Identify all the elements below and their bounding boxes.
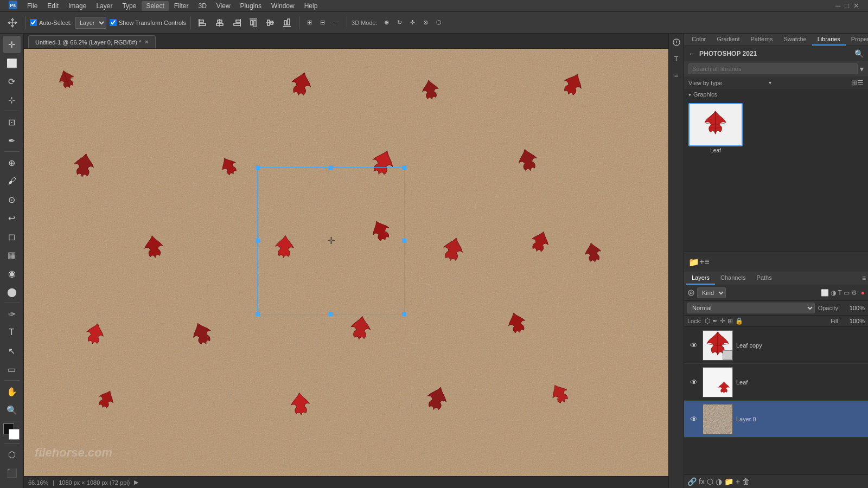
filter-text-btn[interactable]: T	[838, 289, 841, 297]
dist-h-btn[interactable]: ⊞	[304, 15, 315, 30]
move-tool-btn[interactable]	[4, 15, 21, 30]
menu-plugins[interactable]: Plugins	[236, 1, 266, 11]
menu-view[interactable]: View	[212, 1, 235, 11]
layer-visibility-leaf-copy[interactable]: 👁	[688, 341, 699, 350]
layers-folder-btn[interactable]: 📁	[688, 257, 699, 267]
lock-artboard-btn[interactable]: ⊞	[727, 317, 733, 325]
close-tab-icon[interactable]: ✕	[144, 39, 149, 45]
pen-tool[interactable]: ✑	[3, 305, 21, 323]
lib-list-view-btn[interactable]: ☰	[857, 79, 864, 87]
layer-row-leaf[interactable]: 👁 Leaf	[684, 364, 868, 401]
layer-row-leaf-copy[interactable]: 👁 Leaf copy	[684, 327, 868, 364]
brush-tool[interactable]: 🖌	[3, 172, 21, 190]
dodge-tool[interactable]: ⬤	[3, 283, 21, 300]
selection-tool[interactable]: ⬜	[3, 54, 21, 72]
menu-edit[interactable]: Edit	[43, 1, 63, 11]
add-adjustment-btn[interactable]: ◑	[716, 477, 722, 486]
document-tab[interactable]: Untitled-1 @ 66.2% (Layer 0, RGB/8#) * ✕	[28, 35, 156, 48]
blur-tool[interactable]: ◉	[3, 265, 21, 282]
filter-shape-btn[interactable]: ▭	[844, 289, 850, 297]
menu-select[interactable]: Select	[142, 1, 168, 11]
3d-orbit-btn[interactable]: ⊕	[381, 15, 392, 30]
show-transform-check[interactable]	[110, 19, 117, 26]
history-brush-tool[interactable]: ↩	[3, 209, 21, 227]
align-top-btn[interactable]	[246, 15, 261, 30]
layers-panel-menu-btn[interactable]: ≡	[862, 274, 866, 282]
menu-file[interactable]: File	[23, 1, 42, 11]
eraser-tool[interactable]: ◻	[3, 228, 21, 245]
auto-select-dropdown[interactable]: Layer	[75, 17, 106, 29]
add-layer-btn[interactable]: +	[736, 477, 740, 486]
menu-3d[interactable]: 3D	[194, 1, 210, 11]
filter-adjust-btn[interactable]: ◑	[831, 289, 836, 297]
crop-tool[interactable]: ⊡	[3, 113, 21, 131]
tab-gradient[interactable]: Gradient	[711, 34, 745, 46]
menu-layer[interactable]: Layer	[92, 1, 117, 11]
dist-more-btn[interactable]: ⋯	[330, 15, 342, 30]
minimize-btn[interactable]: ─	[835, 2, 840, 10]
tab-color[interactable]: Color	[686, 34, 711, 46]
lib-search-input[interactable]	[688, 63, 858, 74]
lock-pixel-btn[interactable]: ⬡	[705, 317, 710, 325]
lock-brush-btn[interactable]: ✒	[712, 317, 718, 325]
menu-filter[interactable]: Filter	[170, 1, 193, 11]
tab-channels[interactable]: Channels	[715, 272, 751, 285]
lock-move-btn[interactable]: ✛	[720, 317, 725, 325]
menu-ps[interactable]: Ps	[4, 0, 22, 12]
tab-patterns[interactable]: Patterns	[745, 34, 778, 46]
auto-select-check[interactable]	[30, 19, 37, 26]
menu-window[interactable]: Window	[267, 1, 299, 11]
stamp-tool[interactable]: ⊙	[3, 191, 21, 208]
gradient-tool[interactable]: ▦	[3, 246, 21, 264]
properties-icon-btn[interactable]: ≡	[670, 68, 683, 81]
3d-roll-btn[interactable]: ↻	[394, 15, 405, 30]
tab-swatche[interactable]: Swatche	[778, 34, 812, 46]
layer-visibility-leaf[interactable]: 👁	[688, 378, 699, 387]
align-left-btn[interactable]	[195, 15, 210, 30]
add-group-btn[interactable]: 📁	[724, 477, 733, 486]
filter-smart-btn[interactable]: ⚙	[851, 289, 857, 297]
fill-value[interactable]: 100%	[843, 318, 865, 324]
maximize-btn[interactable]: □	[845, 2, 849, 10]
tab-libraries[interactable]: Libraries	[812, 34, 846, 46]
status-more[interactable]: ▶	[134, 479, 138, 486]
lasso-tool[interactable]: ⟳	[3, 73, 21, 90]
layers-more-btn[interactable]: ≡	[704, 257, 709, 267]
quick-mask-btn[interactable]: ⬡	[3, 446, 21, 463]
shape-tool[interactable]: ▭	[3, 361, 21, 378]
path-select-tool[interactable]: ↖	[3, 342, 21, 359]
tab-layers[interactable]: Layers	[686, 272, 715, 285]
add-mask-btn[interactable]: ⬡	[707, 477, 713, 486]
menu-help[interactable]: Help	[300, 1, 322, 11]
lib-item-leaf[interactable]: Leaf	[688, 103, 743, 153]
tab-paths[interactable]: Paths	[751, 272, 777, 285]
lib-view-chevron[interactable]: ▾	[769, 80, 771, 86]
healing-tool[interactable]: ⊕	[3, 154, 21, 171]
close-btn[interactable]: ✕	[853, 2, 859, 10]
3d-scale-btn[interactable]: ⬡	[433, 15, 445, 30]
opacity-value[interactable]: 100%	[843, 305, 865, 311]
filter-pixel-btn[interactable]: ⬜	[821, 289, 829, 297]
zoom-tool[interactable]: 🔍	[3, 401, 21, 419]
layer-row-layer0[interactable]: 👁 Layer 0	[684, 401, 868, 438]
menu-type[interactable]: Type	[118, 1, 141, 11]
learn-icon-btn[interactable]	[670, 36, 683, 49]
layers-add-btn[interactable]: +	[699, 257, 704, 267]
3d-pan-btn[interactable]: ✛	[407, 15, 418, 30]
text-type-icon-btn[interactable]: T	[670, 52, 683, 65]
lib-back-btn[interactable]: ←	[688, 49, 696, 58]
delete-layer-btn[interactable]: 🗑	[742, 477, 750, 486]
align-right-btn[interactable]	[229, 15, 244, 30]
layers-filter-select[interactable]: Kind	[697, 287, 726, 298]
blend-mode-select[interactable]: Normal	[687, 303, 815, 313]
lib-section-header[interactable]: ▾ Graphics	[688, 91, 864, 98]
text-tool[interactable]: T	[3, 324, 21, 341]
dist-v-btn[interactable]: ⊟	[317, 15, 328, 30]
tab-properties[interactable]: Properti	[846, 34, 868, 46]
eyedropper-tool[interactable]: ✒	[3, 132, 21, 149]
align-middle-btn[interactable]	[263, 15, 278, 30]
move-tool[interactable]: ✛	[3, 36, 21, 53]
layer-visibility-layer0[interactable]: 👁	[688, 415, 699, 423]
lib-grid-view-btn[interactable]: ⊞	[851, 79, 857, 87]
canvas-viewport[interactable]: ✛ filehorse.com	[24, 49, 668, 476]
